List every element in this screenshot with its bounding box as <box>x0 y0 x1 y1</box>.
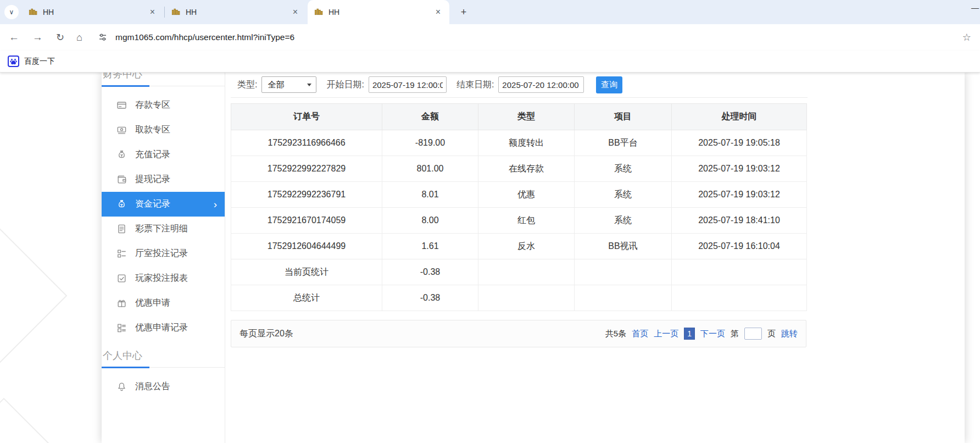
site-wrapper: 财务中心 存款专区 取款专区 充值记录 <box>102 72 965 443</box>
col-header-amount: 金额 <box>382 104 478 130</box>
finance-menu: 存款专区 取款专区 充值记录 提现记录 <box>102 86 225 340</box>
banknote-icon <box>116 125 127 135</box>
bookmark-star-icon[interactable]: ☆ <box>962 31 971 43</box>
sidebar-item-label: 优惠申请 <box>135 297 170 309</box>
page-jump-input[interactable] <box>744 328 762 340</box>
forward-icon[interactable]: → <box>32 31 43 43</box>
first-page-link[interactable]: 首页 <box>632 329 648 339</box>
page-size-text: 每页显示20条 <box>240 328 293 340</box>
wallet-icon <box>116 174 127 185</box>
sidebar-item-withdraw-zone[interactable]: 取款专区 <box>102 118 225 142</box>
list-grid-icon <box>116 248 127 259</box>
search-button[interactable]: 查询 <box>596 76 622 93</box>
sidebar-item-hall-bet-records[interactable]: 厅室投注记录 <box>102 241 225 266</box>
cell-time: 2025-07-19 19:03:12 <box>672 156 807 182</box>
cell-type: 红包 <box>478 208 575 234</box>
minimize-button[interactable]: — <box>971 3 979 12</box>
end-date-input[interactable] <box>498 76 584 93</box>
gift-icon <box>116 298 127 308</box>
reload-icon[interactable]: ↻ <box>56 31 64 43</box>
sidebar-item-message-announcements[interactable]: 消息公告 <box>102 374 225 399</box>
browser-tab-3-active[interactable]: HH × <box>308 0 449 24</box>
transactions-table: 订单号 金额 类型 项目 处理时间 1752923116966466 -819.… <box>231 103 807 311</box>
cell-order-no: 1752922992236791 <box>231 182 382 208</box>
cell-order-no: 1752923116966466 <box>231 130 382 156</box>
start-date-label: 开始日期: <box>326 79 364 91</box>
baidu-paw-icon[interactable] <box>8 56 19 67</box>
cell-project: 系统 <box>575 156 672 182</box>
sidebar-item-label: 玩家投注报表 <box>135 273 188 284</box>
table-row: 1752923116966466 -819.00 额度转出 BB平台 2025-… <box>231 130 807 156</box>
total-count: 共5条 <box>605 329 626 339</box>
table-row: 1752912604644499 1.61 反水 BB视讯 2025-07-19… <box>231 234 807 259</box>
sidebar-item-label: 充值记录 <box>135 149 170 160</box>
jump-button[interactable]: 跳转 <box>781 329 798 339</box>
checkbox-report-icon <box>116 273 127 284</box>
cell-amount: -819.00 <box>382 130 478 156</box>
tab-close-icon[interactable]: × <box>291 7 300 17</box>
sidebar-item-promo-apply-records[interactable]: 优惠申请记录 <box>102 315 225 340</box>
site-favicon-icon <box>314 8 324 17</box>
bell-icon <box>116 381 127 392</box>
cell-amount: 1.61 <box>382 234 478 259</box>
sidebar-item-player-bet-report[interactable]: 玩家投注报表 <box>102 266 225 291</box>
cell-empty <box>478 259 575 285</box>
cell-type: 优惠 <box>478 182 575 208</box>
table-row-total-stats: 总统计 -0.38 <box>231 285 807 311</box>
sidebar-item-label: 存款专区 <box>135 99 170 111</box>
sidebar-item-label: 彩票下注明细 <box>135 223 188 235</box>
sidebar-item-lottery-bet-details[interactable]: 彩票下注明细 <box>102 217 225 241</box>
cell-empty <box>575 285 672 311</box>
filter-bar: 类型: 全部 开始日期: 结束日期: 查询 <box>231 72 808 98</box>
sidebar-item-label: 取款专区 <box>135 124 170 136</box>
jump-prefix-label: 第 <box>731 329 739 339</box>
table-row: 1752921670174059 8.00 红包 系统 2025-07-19 1… <box>231 208 807 234</box>
cell-amount: 801.00 <box>382 156 478 182</box>
prev-page-link[interactable]: 上一页 <box>654 329 678 339</box>
sidebar-item-label: 资金记录 <box>135 198 170 210</box>
cell-project: BB平台 <box>575 130 672 156</box>
sidebar-item-fund-records[interactable]: 资金记录 › <box>102 192 225 217</box>
pagination-controls: 共5条 首页 上一页 1 下一页 第 页 跳转 <box>605 328 798 340</box>
cell-amount: -0.38 <box>382 259 478 285</box>
sidebar-item-deposit-zone[interactable]: 存款专区 <box>102 93 225 118</box>
sidebar-item-promo-apply[interactable]: 优惠申请 <box>102 291 225 315</box>
cell-type: 额度转出 <box>478 130 575 156</box>
decorative-triangle <box>0 398 83 443</box>
home-icon[interactable]: ⌂ <box>76 32 82 43</box>
cell-order-no: 1752912604644499 <box>231 234 382 259</box>
browser-tab-1[interactable]: HH × <box>22 0 164 24</box>
cell-time: 2025-07-19 16:10:04 <box>672 234 807 259</box>
current-page[interactable]: 1 <box>684 328 695 340</box>
browser-toolbar: ← → ↻ ⌂ mgm1065.com/hhcp/usercenter.html… <box>0 24 980 51</box>
sidebar-item-withdraw-records[interactable]: 提现记录 <box>102 167 225 192</box>
tab-close-icon[interactable]: × <box>433 7 443 17</box>
next-page-link[interactable]: 下一页 <box>700 329 725 339</box>
back-icon[interactable]: ← <box>9 31 19 43</box>
new-tab-button[interactable]: + <box>457 5 470 19</box>
tab-search-button[interactable]: ∨ <box>4 5 19 19</box>
table-header-row: 订单号 金额 类型 项目 处理时间 <box>231 104 807 130</box>
tab-title: HH <box>186 8 286 16</box>
sidebar-item-label: 提现记录 <box>135 174 170 185</box>
type-select[interactable]: 全部 <box>261 76 316 93</box>
sidebar: 财务中心 存款专区 取款专区 充值记录 <box>102 72 225 443</box>
sidebar-section-finance-title: 财务中心 <box>102 72 225 86</box>
tab-title: HH <box>328 8 429 16</box>
site-settings-icon[interactable] <box>98 32 108 42</box>
browser-tab-2[interactable]: HH × <box>165 0 307 24</box>
dropdown-arrow-icon <box>307 84 311 86</box>
cell-empty <box>672 285 807 311</box>
sidebar-section-personal-title: 个人中心 <box>102 347 225 368</box>
cell-time: 2025-07-19 19:03:12 <box>672 182 807 208</box>
sidebar-item-recharge-records[interactable]: 充值记录 <box>102 142 225 167</box>
tab-close-icon[interactable]: × <box>148 7 157 17</box>
site-favicon-icon <box>171 8 181 17</box>
cell-empty <box>575 259 672 285</box>
cell-amount: 8.00 <box>382 208 478 234</box>
bookmark-label[interactable]: 百度一下 <box>24 57 55 67</box>
start-date-input[interactable] <box>369 76 447 93</box>
cell-type: 在线存款 <box>478 156 575 182</box>
cell-project: 系统 <box>575 182 672 208</box>
url-bar[interactable]: mgm1065.com/hhcp/usercenter.html?iniType… <box>115 32 962 42</box>
